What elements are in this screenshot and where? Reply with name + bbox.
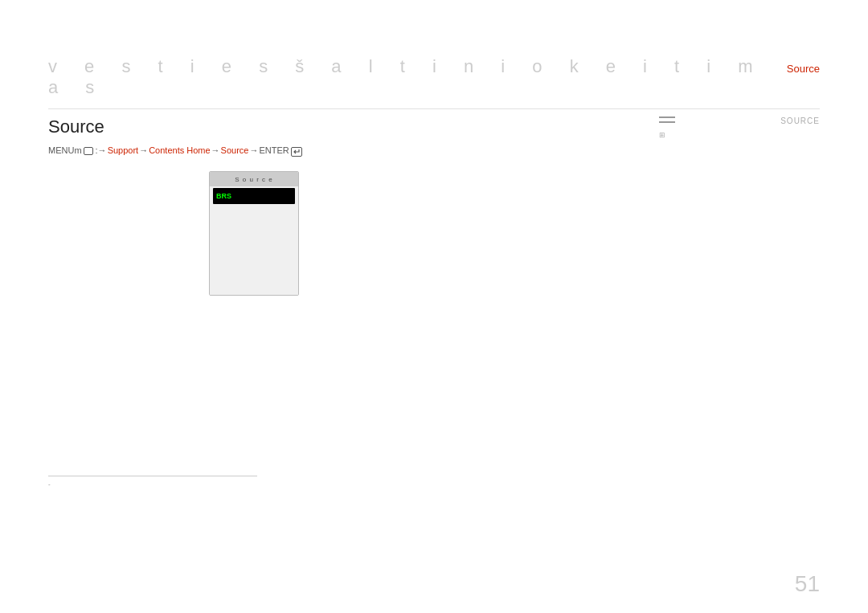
tv-illustration: S o u r c e BRS <box>209 171 305 300</box>
small-icon-placeholder: ⊞ <box>659 131 820 139</box>
tv-selected-row: BRS <box>213 188 295 204</box>
dash-1 <box>659 116 675 118</box>
header: v e s t i e s š a l t i n i o k e i t i … <box>48 56 820 98</box>
breadcrumb-arrow3: → <box>211 145 220 155</box>
breadcrumb-arrow1: :→ <box>96 145 107 155</box>
breadcrumb-arrow4: → <box>249 145 258 155</box>
tv-menu-text: S o u r c e <box>235 176 272 183</box>
breadcrumb-menu: MENUm <box>48 145 82 155</box>
tv-rows <box>210 209 298 241</box>
section-title: Source <box>48 116 450 137</box>
bottom-line <box>48 476 257 476</box>
tv-screen: S o u r c e BRS <box>209 171 299 296</box>
breadcrumb-contents-home[interactable]: Contents Home <box>149 145 210 155</box>
breadcrumb-enter: ENTER <box>259 145 289 155</box>
header-source-label: Source <box>787 63 820 75</box>
dash-2 <box>659 121 675 123</box>
page-number: 51 <box>795 571 820 597</box>
tv-menu-bar: S o u r c e <box>210 172 298 186</box>
right-column: ⊞ SOURCE <box>659 116 820 139</box>
breadcrumb: MENUm :→ Support → Contents Home → Sourc… <box>48 145 450 155</box>
breadcrumb-support[interactable]: Support <box>108 145 139 155</box>
breadcrumb-arrow2: → <box>139 145 148 155</box>
breadcrumb-source[interactable]: Source <box>221 145 249 155</box>
page-heading: v e s t i e s š a l t i n i o k e i t i … <box>48 56 779 98</box>
left-column: Source MENUm :→ Support → Contents Home … <box>48 116 450 300</box>
enter-icon <box>291 147 302 157</box>
main-content: Source MENUm :→ Support → Contents Home … <box>48 116 820 581</box>
right-source-label: SOURCE <box>780 116 820 125</box>
menu-icon <box>84 147 93 155</box>
tv-row-1 <box>213 210 295 219</box>
tv-row-3 <box>213 231 295 240</box>
header-divider <box>48 108 820 109</box>
tv-row-2 <box>213 220 295 230</box>
bottom-dot: - <box>48 480 51 488</box>
tv-selected-text: BRS <box>216 192 231 200</box>
